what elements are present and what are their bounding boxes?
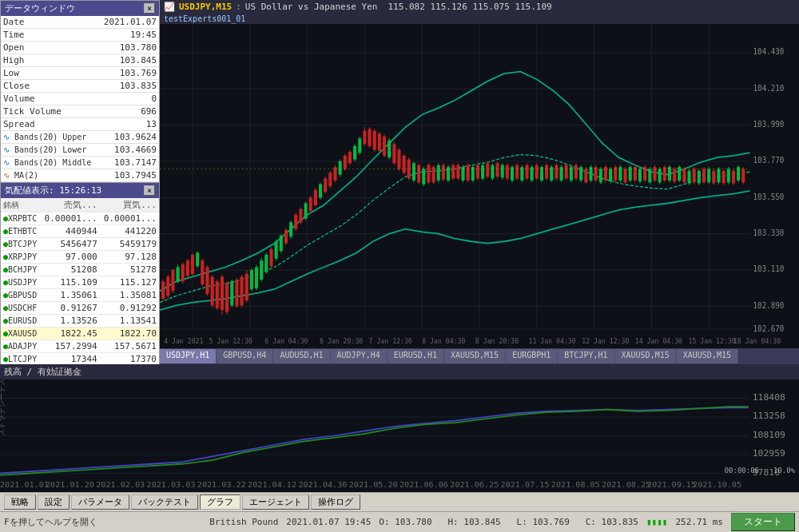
svg-text:4 Jan 2021: 4 Jan 2021 <box>164 336 203 345</box>
row-value: 103.780 <box>98 42 159 54</box>
row-label: Open <box>1 42 98 54</box>
chart-description: : <box>236 2 241 12</box>
table-row: ∿ MA(2) 103.7945 <box>1 169 159 182</box>
row-value: 2021.01.07 <box>98 16 159 29</box>
svg-text:2021.03.03: 2021.03.03 <box>147 480 196 489</box>
list-item[interactable]: ●USDJPY 115.109 115.127 <box>1 276 159 289</box>
start-button[interactable]: スタート <box>731 513 795 531</box>
tab-usdjpy-h1[interactable]: USDJPY,H1 <box>160 349 217 363</box>
list-item[interactable]: ●EURUSD 1.13526 1.13541 <box>1 315 159 328</box>
ask-cell: 97.128 <box>100 251 159 264</box>
svg-text:2021.04.30: 2021.04.30 <box>298 480 347 489</box>
tab-operation-log[interactable]: 操作ログ <box>311 494 360 510</box>
svg-text:2021.05.20: 2021.05.20 <box>349 480 398 489</box>
quote-table-header: 銘柄 売気... 買気... <box>1 198 159 212</box>
chart-icon: 📈 <box>164 2 175 12</box>
table-row: High 103.845 <box>1 54 159 67</box>
tab-xauusd-m15-1[interactable]: XAUUSD,M15 <box>444 349 506 363</box>
svg-text:103.110: 103.110 <box>753 264 785 274</box>
svg-text:6 Jan 04:30: 6 Jan 04:30 <box>264 336 308 345</box>
col-symbol: 銘柄 <box>1 198 41 212</box>
ohlc-values: O: 103.780 H: 103.845 L: 103.769 C: 103.… <box>379 517 638 527</box>
bid-cell: 157.2994 <box>41 340 100 353</box>
symbol-cell: ●USDJPY <box>1 276 41 289</box>
table-row: ∿ Bands(20) Middle 103.7147 <box>1 157 159 169</box>
tab-xauusd-m15-3[interactable]: XAUUSD,M15 <box>677 349 738 363</box>
row-value: 103.7945 <box>98 169 159 182</box>
tab-btcjpy[interactable]: BTCJPY,H1 <box>558 349 614 363</box>
tab-audusd-h1[interactable]: AUDUSD,H1 <box>273 349 330 363</box>
list-item[interactable]: ●XRPBTC 0.00001... 0.00001... <box>1 212 159 225</box>
tab-eurusd-h1[interactable]: EURUSD,H1 <box>388 349 444 363</box>
left-panel: データウィンドウ × Date 2021.01.07 Time 19:45 Op… <box>0 0 160 364</box>
quote-window: 気配値表示: 15:26:13 × 銘柄 売気... 買気... ●XRPBTC… <box>0 183 160 393</box>
currency-label: British Pound <box>209 517 278 527</box>
list-item[interactable]: ●ETHBTC 440944 441220 <box>1 225 159 238</box>
ask-cell: 51278 <box>100 264 159 276</box>
symbol-cell: ●ETHBTC <box>1 225 41 238</box>
table-row: Spread 13 <box>1 118 159 131</box>
svg-text:2021.06.06: 2021.06.06 <box>400 480 448 489</box>
row-value: 103.9624 <box>98 131 159 144</box>
svg-text:102.890: 102.890 <box>753 300 785 310</box>
svg-text:118408: 118408 <box>753 392 785 403</box>
list-item[interactable]: ●USDCHF 0.91267 0.91292 <box>1 302 159 315</box>
ask-cell: 441220 <box>100 225 159 238</box>
col-ask: 買気... <box>100 198 159 212</box>
list-item[interactable]: ●GBPUSD 1.35061 1.35081 <box>1 289 159 302</box>
row-label: Low <box>1 67 98 80</box>
svg-text:2021.02.03: 2021.02.03 <box>96 480 145 489</box>
candlestick-chart[interactable]: 104.430 104.210 103.990 103.770 103.550 … <box>160 24 799 348</box>
row-label: Date <box>1 16 98 29</box>
tab-eurgbp[interactable]: EURGBPH1 <box>506 349 558 363</box>
timer-label: 00:00:06 <box>725 466 759 474</box>
list-item[interactable]: ●BCHJPY 51208 51278 <box>1 264 159 276</box>
svg-text:8 Jan 04:30: 8 Jan 04:30 <box>422 336 465 345</box>
data-window-close-btn[interactable]: × <box>144 3 155 14</box>
high-value: 103.845 <box>463 517 500 527</box>
row-label: ∿ Bands(20) Upper <box>1 131 98 144</box>
bid-cell: 0.91267 <box>41 302 100 315</box>
row-value: 103.769 <box>98 67 159 80</box>
svg-text:2021.08.05: 2021.08.05 <box>551 480 600 489</box>
row-value: 103.835 <box>98 80 159 93</box>
bottom-chart-header: 残高 / 有効証拠金 <box>0 364 799 379</box>
tab-parameters[interactable]: パラメータ <box>71 494 129 510</box>
svg-text:2021.10.05: 2021.10.05 <box>693 480 741 489</box>
svg-text:2021.06.25: 2021.06.25 <box>450 480 499 489</box>
table-row: Open 103.780 <box>1 42 159 54</box>
chart-symbol: USDJPY,M15 <box>179 2 232 12</box>
tab-settings[interactable]: 設定 <box>38 494 70 510</box>
ask-cell: 1822.70 <box>100 328 159 340</box>
bid-cell: 5456477 <box>41 238 100 251</box>
list-item[interactable]: ●ADAJPY 157.2994 157.5671 <box>1 340 159 353</box>
symbol-cell: ●GBPUSD <box>1 289 41 302</box>
row-label: ∿ MA(2) <box>1 169 98 182</box>
quote-window-close-btn[interactable]: × <box>144 185 155 196</box>
tab-xauusd-m15-2[interactable]: XAUUSD,M15 <box>615 349 677 363</box>
close-label: C: <box>586 517 596 527</box>
list-item[interactable]: ●XAUUSD 1822.45 1822.70 <box>1 328 159 340</box>
open-value: 103.780 <box>395 517 431 527</box>
symbol-cell: ●USDCHF <box>1 302 41 315</box>
tab-backtest[interactable]: バックテスト <box>131 494 198 510</box>
symbol-cell: ●XRPBTC <box>1 212 41 225</box>
top-area: データウィンドウ × Date 2021.01.07 Time 19:45 Op… <box>0 0 799 364</box>
row-label: Close <box>1 80 98 93</box>
svg-text:14 Jan 04:30: 14 Jan 04:30 <box>635 336 682 345</box>
row-value: 103.4669 <box>98 144 159 157</box>
tab-graph[interactable]: グラフ <box>200 494 240 510</box>
balance-chart-body[interactable]: 118408 113258 108109 102959 97810 2021.0… <box>0 379 799 492</box>
progress-label: 10.0% <box>773 466 795 474</box>
row-label: Tick Volume <box>1 105 98 118</box>
list-item[interactable]: ●XRPJPY 97.000 97.128 <box>1 251 159 264</box>
tab-strategy[interactable]: 戦略 <box>4 494 36 510</box>
svg-text:104.430: 104.430 <box>753 47 785 57</box>
tab-agent[interactable]: エージェント <box>242 494 309 510</box>
tab-gbpusd-h4[interactable]: GBPUSD,H4 <box>217 349 273 363</box>
tab-audjpy-h4[interactable]: AUDJPY,H4 <box>331 349 388 363</box>
ea-label: testExperts001_01 <box>160 14 799 24</box>
list-item[interactable]: ●BTCJPY 5456477 5459179 <box>1 238 159 251</box>
bottom-chart-area: 残高 / 有効証拠金 118408 113258 108109 102959 <box>0 364 799 492</box>
bid-cell: 0.00001... <box>41 212 100 225</box>
